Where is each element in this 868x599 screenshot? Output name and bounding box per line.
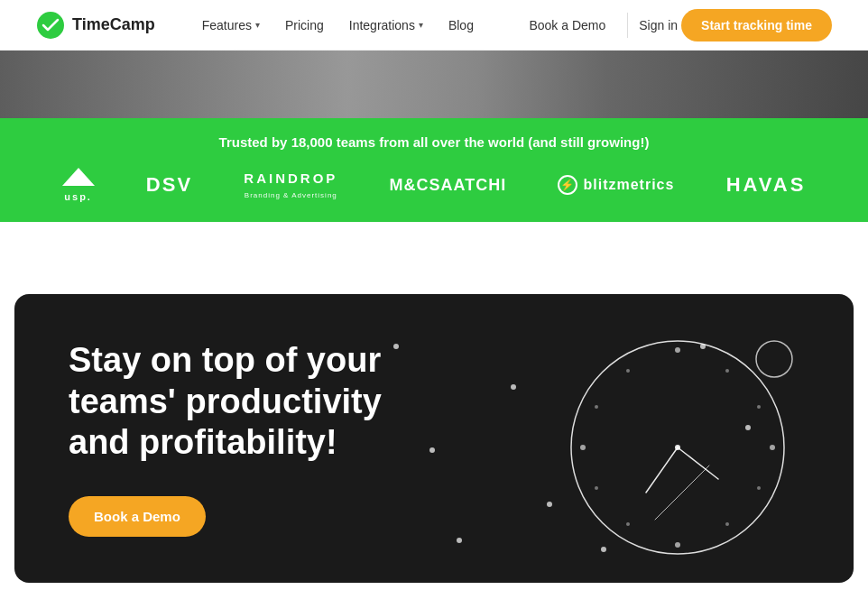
nav-blog[interactable]: Blog	[438, 11, 485, 40]
logo-usp: usp.	[62, 168, 95, 202]
logo-blitzmetrics: ⚡ blitzmetrics	[558, 175, 674, 195]
nav-signin[interactable]: Sign in	[639, 18, 678, 32]
hero-image-bg	[0, 51, 868, 118]
svg-point-9	[675, 542, 680, 548]
promo-section-wrapper: Stay on top of your teams' productivity …	[0, 294, 868, 583]
nav-book-demo[interactable]: Book a Demo	[518, 11, 616, 40]
nav-integrations[interactable]: Integrations ▾	[338, 11, 434, 40]
navbar: TimeCamp Features ▾ Pricing Integrations…	[0, 0, 868, 51]
nav-divider	[627, 13, 628, 38]
trust-logos: usp. DSV RAINDROP Branding & Advertising…	[36, 168, 832, 202]
promo-title: Stay on top of your teams' productivity …	[69, 340, 448, 464]
logo-text: TimeCamp	[72, 15, 155, 34]
svg-point-0	[37, 12, 64, 39]
logo-dsv: DSV	[146, 173, 192, 197]
promo-content: Stay on top of your teams' productivity …	[69, 340, 799, 537]
book-demo-button[interactable]: Book a Demo	[69, 496, 206, 537]
nav-links: Features ▾ Pricing Integrations ▾ Blog B…	[191, 9, 832, 41]
hero-image-strip	[0, 51, 868, 118]
trust-banner: Trusted by 18,000 teams from all over th…	[0, 118, 868, 222]
logo-raindrop: RAINDROP Branding & Advertising	[244, 170, 337, 199]
usp-triangle-icon	[62, 168, 95, 186]
timecamp-logo-icon	[36, 11, 65, 40]
promo-section: Stay on top of your teams' productivity …	[14, 294, 854, 583]
features-chevron-icon: ▾	[255, 20, 260, 30]
trust-text: Trusted by 18,000 teams from all over th…	[36, 134, 832, 150]
integrations-chevron-icon: ▾	[419, 20, 423, 30]
start-tracking-button[interactable]: Start tracking time	[681, 9, 832, 41]
logo-havas: HAVAS	[726, 173, 807, 197]
nav-features[interactable]: Features ▾	[191, 11, 271, 40]
spacer	[0, 222, 868, 294]
dot-3	[457, 538, 462, 543]
nav-pricing[interactable]: Pricing	[274, 11, 335, 40]
blitzmetrics-icon: ⚡	[558, 175, 577, 195]
logo-mcsaatchi: M&CSAATCHI	[390, 176, 507, 195]
logo-link[interactable]: TimeCamp	[36, 11, 155, 40]
